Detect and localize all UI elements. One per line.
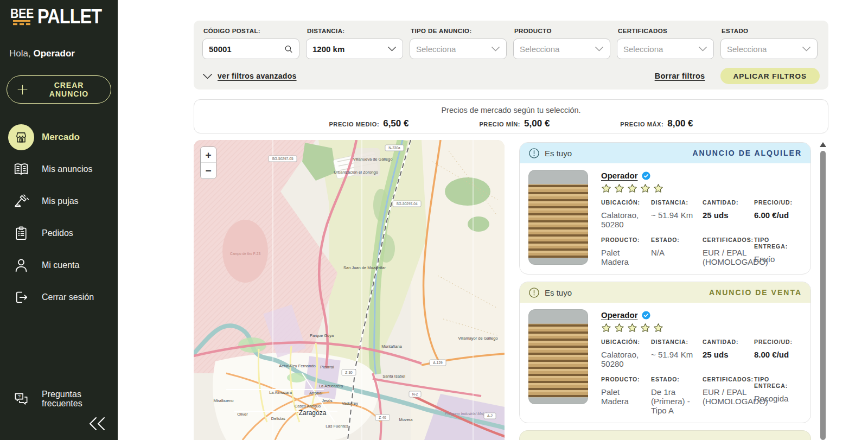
search-icon[interactable]: [284, 44, 293, 54]
seller-link[interactable]: Operador: [601, 171, 638, 180]
svg-text:Movera: Movera: [399, 417, 413, 422]
user-icon: [8, 257, 35, 273]
field-estado: ESTADO:N/A: [651, 237, 703, 267]
listings-column: Es tuyo ANUNCIO DE ALQUILER Operador: [519, 142, 811, 440]
clipboard-icon: [8, 226, 35, 241]
star-icon: [653, 183, 663, 193]
listing-card-alquiler[interactable]: Es tuyo ANUNCIO DE ALQUILER Operador: [519, 142, 811, 275]
filter-tipo-anuncio: TIPO DE ANUNCIO: Selecciona: [410, 28, 507, 59]
sidebar-item-mis-anuncios[interactable]: Mis anuncios: [0, 153, 118, 185]
map-zoom-control: + −: [200, 146, 216, 179]
svg-text:Jesús: Jesús: [322, 398, 333, 403]
collapse-sidebar-button[interactable]: [87, 416, 107, 433]
field-cantidad: CANTIDAD:25 uds: [703, 199, 754, 229]
filter-estado: ESTADO Selecciona: [720, 28, 818, 59]
listings-scrollbar[interactable]: [819, 142, 827, 440]
svg-text:Z-40: Z-40: [379, 416, 386, 419]
field-tipo-entrega: TIPO ENTREGA:Envío: [754, 237, 802, 267]
listing-type-select[interactable]: Selecciona: [410, 39, 507, 59]
star-icon: [614, 323, 624, 333]
advanced-filters-link[interactable]: ver filtros avanzados: [202, 72, 297, 80]
market-prices-title: Precios de mercado según tu selección.: [194, 106, 828, 114]
sidebar-item-label: Mi cuenta: [42, 260, 79, 270]
zoom-out-button[interactable]: −: [201, 163, 216, 178]
svg-text:La Azucarera: La Azucarera: [319, 384, 343, 388]
star-icon: [601, 323, 611, 333]
svg-text:SG-50297-04: SG-50297-04: [396, 202, 417, 206]
svg-text:Picarral: Picarral: [320, 365, 334, 369]
svg-text:Miralbueno: Miralbueno: [213, 398, 233, 403]
es-tuyo-badge: Es tuyo: [528, 287, 572, 298]
certificates-select[interactable]: Selecciona: [617, 39, 714, 59]
sidebar-item-mis-pujas[interactable]: Mis pujas: [0, 185, 118, 217]
chevron-down-icon: [491, 46, 500, 52]
filter-label: DISTANCIA:: [307, 28, 403, 34]
svg-text:SG-50297-05: SG-50297-05: [272, 157, 293, 161]
field-distancia: DISTANCIA:~ 51.94 Km: [651, 199, 703, 229]
product-select[interactable]: Selecciona: [513, 39, 610, 59]
price-medio: PRECIO MEDIO: 6,50 €: [329, 118, 409, 129]
field-cantidad: CANTIDAD:25 uds: [703, 339, 754, 369]
svg-text:N-330a: N-330a: [388, 146, 400, 150]
condition-select[interactable]: Selecciona: [720, 39, 818, 59]
es-tuyo-badge: Es tuyo: [528, 148, 572, 159]
star-icon: [640, 323, 650, 333]
select-placeholder: Selecciona: [623, 44, 695, 54]
storefront-icon: [8, 124, 34, 150]
apply-filters-button[interactable]: APLICAR FILTROS: [720, 68, 820, 84]
select-placeholder: Selecciona: [520, 44, 591, 54]
svg-text:Oliver: Oliver: [237, 412, 248, 417]
sidebar-item-cerrar-sesion[interactable]: Cerrar sesión: [0, 281, 118, 313]
exclamation-circle-icon: [528, 287, 540, 298]
map[interactable]: + −: [194, 140, 505, 440]
logo-pallet-text: PALLET: [37, 9, 101, 25]
svg-text:Urbanización el Zorongo: Urbanización el Zorongo: [334, 170, 378, 175]
scroll-up-arrow-icon[interactable]: [820, 142, 826, 147]
rating-stars[interactable]: [601, 323, 802, 333]
scrollbar-thumb[interactable]: [820, 151, 826, 440]
svg-text:Villanueva de Gállego: Villanueva de Gállego: [353, 157, 393, 162]
svg-text:Arrabal: Arrabal: [309, 391, 323, 396]
listing-card-header: Es tuyo ANUNCIO DE ALQUILER: [520, 143, 810, 163]
field-precio-ud: PRECIO/UD:6.00 €/ud: [754, 199, 802, 229]
seller-link[interactable]: Operador: [601, 310, 638, 320]
postal-code-input[interactable]: [209, 44, 281, 54]
create-listing-button[interactable]: CREAR ANUNCIO: [7, 75, 111, 104]
filter-label: CERTIFICADOS: [618, 28, 714, 34]
star-icon: [627, 183, 637, 193]
select-placeholder: Selecciona: [727, 44, 799, 54]
filter-producto: PRODUCTO Selecciona: [513, 28, 610, 59]
rating-stars[interactable]: [601, 183, 802, 193]
listing-card-venta[interactable]: Es tuyo ANUNCIO DE VENTA Operador: [519, 282, 811, 423]
price-min: PRECIO MÍN: 5,00 €: [479, 118, 550, 129]
svg-text:Polígono Industrial Malpica: Polígono Industrial Malpica: [445, 412, 490, 416]
svg-text:A-2: A-2: [487, 414, 493, 418]
book-icon: [8, 161, 35, 177]
map-canvas[interactable]: Villanueva de Gállego Urbanización el Zo…: [194, 140, 505, 440]
listing-card-partial[interactable]: [519, 430, 811, 440]
clear-filters-link[interactable]: Borrar filtros: [655, 72, 705, 80]
sidebar-item-pedidos[interactable]: Pedidos: [0, 217, 118, 249]
listing-image[interactable]: [528, 309, 588, 404]
listing-image[interactable]: [528, 170, 588, 265]
chevron-down-icon: [595, 46, 604, 52]
logo-bee-text: BEE: [10, 8, 34, 20]
sidebar-item-label: Mis anuncios: [42, 164, 92, 174]
distance-select[interactable]: 1200 km: [306, 39, 403, 59]
svg-text:A-129: A-129: [433, 361, 443, 365]
zoom-in-button[interactable]: +: [201, 147, 216, 163]
faq-label: Preguntasfrecuentes: [42, 390, 82, 409]
select-value: 1200 km: [312, 44, 384, 54]
sidebar-item-faq[interactable]: ? Preguntasfrecuentes: [0, 390, 118, 409]
star-icon: [601, 183, 611, 193]
filter-label: ESTADO: [722, 28, 818, 34]
sidebar-item-mercado[interactable]: Mercado: [0, 121, 118, 153]
field-certificados: CERTIFICADOS:EUR / EPAL (HOMOLOGADO): [703, 237, 754, 267]
beepallet-logo[interactable]: BEE PALLET: [0, 0, 118, 25]
star-icon: [640, 183, 650, 193]
exclamation-circle-icon: [528, 148, 540, 159]
sidebar-item-mi-cuenta[interactable]: Mi cuenta: [0, 249, 118, 281]
star-icon: [653, 323, 663, 333]
field-estado: ESTADO:De 1ra (Primera) - Tipo A: [651, 376, 703, 416]
listing-card-header: Es tuyo ANUNCIO DE VENTA: [520, 282, 810, 303]
